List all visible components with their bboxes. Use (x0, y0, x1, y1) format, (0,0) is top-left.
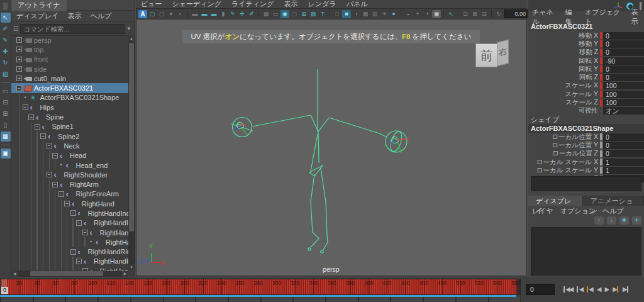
tree-item[interactable]: + persp (11, 35, 128, 45)
panel-splitter[interactable]: ····································· (528, 191, 644, 195)
wireframe-cube-icon[interactable]: □ (333, 10, 341, 18)
tree-item[interactable]: − ‹ Spine2 (11, 131, 128, 141)
viewport-menu-item[interactable]: パネル (347, 0, 368, 9)
skeleton-wireframe[interactable] (136, 20, 526, 276)
scrollbar-thumb[interactable] (129, 43, 134, 232)
expand-toggle-icon[interactable]: − (16, 86, 22, 91)
expand-toggle-icon[interactable]: + (16, 76, 22, 81)
use-all-lights-icon[interactable]: ☀ (380, 10, 389, 18)
expand-toggle-icon[interactable]: • (88, 239, 94, 245)
isolate-select-icon[interactable]: ◒ (404, 10, 413, 18)
outliner-horizontal-scrollbar[interactable]: ◀ ▶ (11, 271, 128, 277)
letter-a-icon[interactable]: A (138, 10, 147, 18)
expand-toggle-icon[interactable]: − (35, 124, 40, 130)
shape-node-name[interactable]: ActorFBXASC0321Shape (528, 124, 644, 133)
select-cursor-icon[interactable]: ↖ (447, 10, 455, 18)
layer-editor-tab[interactable]: アニメーション (583, 196, 644, 206)
tree-item[interactable]: • ‹ RightHandIndex4 (11, 237, 128, 247)
layer-menu-item[interactable]: レイヤ (532, 206, 553, 216)
channel-value-field[interactable]: 0 (603, 65, 644, 73)
move-tool-icon[interactable]: ✚ (1, 47, 11, 57)
film-gate-icon[interactable]: ▭ (271, 10, 280, 18)
layout-split-pane-button[interactable]: ⊞ (1, 109, 11, 119)
expand-toggle-icon[interactable]: − (58, 191, 64, 197)
step-back-frame-button[interactable]: ◀ (577, 284, 582, 294)
layout-two-pane-button[interactable]: ⊟ (1, 98, 11, 108)
safe-action-icon[interactable]: ▨ (309, 10, 318, 18)
shadows-icon[interactable]: ● (389, 10, 398, 18)
scroll-down-icon[interactable]: ▼ (128, 264, 135, 271)
camera-attributes-icon[interactable]: ▬ (209, 10, 218, 18)
tree-item[interactable]: − ‹ RightForeArm (11, 189, 128, 199)
grid-icon[interactable]: ▦ (262, 10, 270, 18)
tree-item[interactable]: − ActorFBXASC0321 (11, 83, 128, 92)
tree-item[interactable]: − ‹ Hips (11, 103, 128, 112)
bookmark-icon[interactable]: ▮ (219, 10, 228, 18)
layout-four-pane-button[interactable]: ▦ (1, 131, 11, 142)
resolution-gate-icon[interactable]: ◉ (280, 10, 289, 18)
scrollbar-thumb[interactable] (30, 271, 103, 276)
view-cube[interactable]: 前 右 (474, 38, 512, 74)
fps-field[interactable]: 0.00 (504, 9, 528, 18)
go-to-end-button[interactable]: ▶ (623, 284, 628, 294)
shading-flat-icon[interactable]: ▢ (157, 10, 166, 18)
step-back-key-button[interactable]: ◀ (587, 284, 592, 294)
tree-item[interactable]: − ‹ RightHandIndex3 (11, 228, 128, 237)
scroll-up-icon[interactable]: ▲ (128, 35, 135, 42)
scroll-left-icon[interactable]: ◀ (11, 271, 18, 277)
step-forward-key-button[interactable]: ▶ (613, 284, 618, 294)
plugin-shading-icon[interactable]: ▣ (432, 10, 441, 18)
channel-value-field[interactable]: 0 (603, 48, 644, 56)
tree-item[interactable]: + side (11, 64, 128, 74)
tree-item[interactable]: + cut0_main (11, 74, 128, 83)
viewport-menu-item[interactable]: シェーディング (172, 0, 222, 9)
expand-toggle-icon[interactable]: • (23, 95, 28, 101)
shaded-cube-icon[interactable]: ■ (342, 10, 351, 18)
channel-value-field[interactable]: オン (603, 107, 644, 115)
view-cube-front-face[interactable]: 前 (475, 43, 497, 67)
play-backwards-button[interactable]: ◀ (597, 284, 601, 294)
expand-toggle-icon[interactable]: + (16, 57, 22, 62)
outliner-menu-item[interactable]: ディスプレイ (16, 11, 59, 21)
tree-item[interactable]: − ‹ RightHandIndex1 (11, 208, 128, 218)
selection-mask-icon[interactable]: ⊡ (13, 25, 18, 32)
channel-value-field[interactable]: 100 (603, 91, 644, 98)
channel-value-field[interactable]: 0 (603, 32, 644, 40)
channel-value-field[interactable]: 1 (603, 167, 644, 174)
create-layer-from-selected-button[interactable]: ✛ (632, 216, 641, 225)
layout-pane-button[interactable]: ▯ (1, 120, 11, 130)
expand-toggle-icon[interactable]: − (47, 172, 52, 177)
channel-value-field[interactable]: 0 (603, 150, 644, 157)
outliner-menu-item[interactable]: 表示 (68, 11, 82, 21)
rotate-tool-icon[interactable]: ↻ (1, 58, 11, 68)
expand-toggle-icon[interactable]: − (70, 210, 76, 216)
viewport-menu-item[interactable]: ライティング (231, 0, 274, 9)
layer-menu-item[interactable]: オプション (560, 206, 596, 216)
channel-value-field[interactable]: 1 (603, 159, 644, 166)
diag-pane-icon[interactable]: ⊟ (480, 10, 489, 18)
overlap-front-icon[interactable]: ⊡ (461, 10, 470, 18)
safe-title-icon[interactable]: T (318, 10, 327, 18)
move-axis-icon[interactable]: ✛ (238, 10, 247, 18)
pencil-icon[interactable]: ✎ (228, 10, 237, 18)
camera-lock-icon[interactable]: ▬ (200, 10, 209, 18)
grip-handle-icon[interactable]: ▒ (1, 1, 11, 11)
expand-toggle-icon[interactable]: − (64, 201, 70, 206)
scroll-right-icon[interactable]: ▶ (122, 271, 128, 277)
layer-menu-item[interactable]: ヘルプ (602, 206, 624, 216)
paint-select-tool-icon[interactable]: ✎ (1, 35, 11, 45)
tree-item[interactable]: − ‹ Spine (11, 112, 128, 121)
expand-toggle-icon[interactable]: − (47, 143, 52, 148)
move-layer-up-button[interactable]: ↑ (594, 216, 604, 225)
wire-on-shaded-icon[interactable]: ▩ (361, 10, 370, 18)
refresh-icon[interactable]: ↻ (494, 10, 503, 18)
isolate-view-icon[interactable]: ◓ (413, 10, 422, 18)
command-search-input[interactable] (20, 24, 125, 34)
viewport-canvas[interactable]: UV 選択がオンになっています。オブジェクトを選択するには、F8 を押してくださ… (136, 19, 526, 276)
expand-toggle-icon[interactable]: + (16, 37, 22, 43)
gate-mask-icon[interactable]: ▢ (290, 10, 299, 18)
expand-toggle-icon[interactable]: − (52, 153, 58, 159)
expand-toggle-icon[interactable]: • (58, 162, 64, 168)
scale-tool-icon[interactable]: ▧ (1, 69, 11, 79)
dots-grid-icon[interactable]: ▤ (370, 10, 379, 18)
